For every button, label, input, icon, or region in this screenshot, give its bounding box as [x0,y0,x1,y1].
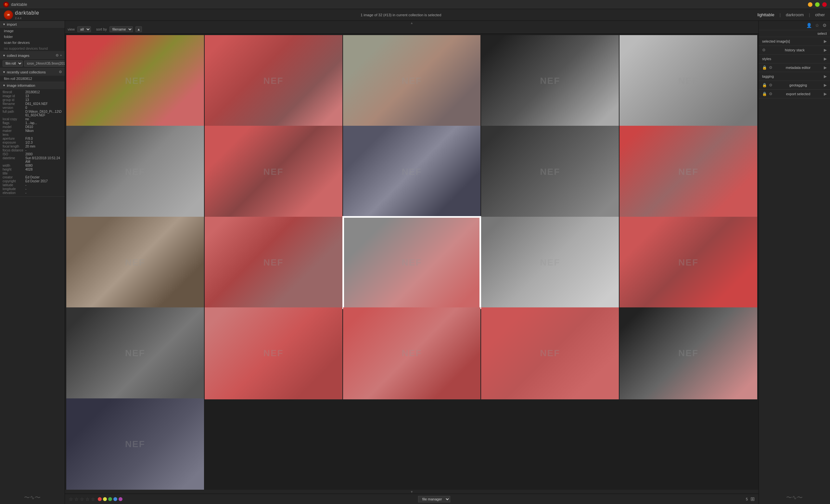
view-label: view [68,27,75,31]
photo-cell-20[interactable]: NEF [619,307,757,399]
styles-label: styles [762,57,771,61]
info-value: 4028 [25,168,32,171]
photo-cell-14[interactable]: NEF [481,217,619,309]
info-row-longitude: longitude- [3,187,62,191]
file-manager-select[interactable]: file manager [418,496,450,502]
info-label: flags [3,121,25,125]
star-4[interactable]: ☆ [86,497,90,502]
right-sidebar: 👤 ☆ ⚙ select selected image[s] ▶ ⚙ hist [759,21,830,504]
app-name: darktable [15,10,39,16]
photo-cell-12[interactable]: NEF [205,217,342,309]
status-text: 1 image of 32 (#13) in current collectio… [46,13,756,17]
color-label-red[interactable] [98,497,102,501]
person-icon[interactable]: 👤 [806,22,812,29]
view-select[interactable]: all [77,26,91,32]
sort-select[interactable]: filename [109,26,133,32]
recently-used-item-film-roll[interactable]: film roll 20180812 [0,76,65,82]
color-label-purple[interactable] [119,497,123,501]
photo-cell-1[interactable]: NEF [66,35,204,127]
info-value: 20 mm [25,145,35,148]
info-row-focus-distance: focus distance- [3,149,62,152]
photo-cell-6[interactable]: NEF [66,126,204,218]
info-label: version [3,106,25,109]
history-gear-icon[interactable]: ⚙ [762,48,766,52]
sort-direction-button[interactable]: ▲ [135,26,142,32]
photo-cell-21[interactable]: NEF [66,399,204,490]
tagging-row[interactable]: tagging ▶ [759,72,830,81]
sidebar-item-scan-for-devices[interactable]: scan for devices [0,40,65,45]
photo-cell-4[interactable]: NEF [481,35,619,127]
photo-cell-11[interactable]: NEF [66,217,204,309]
info-value: 13 [25,98,29,102]
photo-cell-5[interactable]: NEF [619,35,757,127]
color-label-yellow[interactable] [103,497,107,501]
film-roll-value-select[interactable]: icron_24mmX35.9mm|20180812 [24,60,65,67]
export-selected-row[interactable]: 🔒 ⚙ export selected ▶ [759,90,830,98]
photo-cell-15[interactable]: NEF [619,217,757,309]
import-section-header[interactable]: ▼ import [0,21,65,28]
styles-row[interactable]: styles ▶ [759,55,830,63]
photo-cell-16[interactable]: NEF [66,307,204,399]
geotagging-gear-icon[interactable]: ⚙ [769,83,772,87]
info-row-flags: flags1.../ap... [3,121,62,125]
layout-button[interactable]: ⊞ [751,496,755,502]
image-information-header[interactable]: ▼ image information [0,82,65,89]
geotagging-row[interactable]: 🔒 ⚙ geotagging ▶ [759,81,830,89]
info-row-version: version0 [3,106,62,109]
nav-other[interactable]: other [814,12,826,18]
selected-images-row[interactable]: selected image[s] ▶ [759,37,830,45]
photo-cell-3[interactable]: NEF [343,35,481,127]
import-label: import [7,23,17,26]
history-stack-row[interactable]: ⚙ history stack ▶ [759,46,830,54]
collect-gear-icon[interactable]: ⚙ [56,53,59,58]
photo-cell-7[interactable]: NEF [205,126,342,218]
metadata-gear-icon[interactable]: ⚙ [769,65,772,70]
color-label-green[interactable] [108,497,112,501]
photo-cell-8[interactable]: NEF [343,126,481,218]
scroll-arrow-bottom[interactable]: ▼ [65,490,759,494]
info-row-focal-length: focal length20 mm [3,145,62,148]
star-1[interactable]: ☆ [69,497,73,502]
star-2[interactable]: ☆ [74,497,78,502]
info-label: lens [3,133,25,136]
photo-cell-9[interactable]: NEF [481,126,619,218]
app-title: darktable [11,2,27,7]
export-gear-icon[interactable]: ⚙ [769,92,772,96]
info-label: width [3,164,25,167]
gear-icon[interactable]: ⚙ [822,22,827,29]
export-selected-label: export selected [786,92,810,96]
recently-used-header[interactable]: ▼ recently used collections ⚙ [0,68,65,76]
info-row-lens: lens [3,133,62,136]
star-5[interactable]: ☆ [91,497,95,502]
metadata-editor-row[interactable]: 🔒 ⚙ metadata editor ▶ [759,63,830,72]
collect-plus-icon[interactable]: + [60,53,62,58]
color-label-blue[interactable] [114,497,117,501]
maximize-button[interactable] [815,2,820,7]
view-controls-bar: view all sort by filename ▲ [65,25,759,34]
window-controls [808,2,827,7]
photo-cell-2[interactable]: NEF [205,35,342,127]
minimize-button[interactable] [808,2,812,7]
sort-label: sort by [96,27,107,31]
info-label: datetime [3,156,25,160]
recently-used-gear-icon[interactable]: ⚙ [59,70,62,74]
star-3[interactable]: ☆ [80,497,84,502]
app-version: 2.4.4 [15,17,39,20]
nav-lighttable[interactable]: lighttable [756,12,776,18]
info-row-group-id: group id13 [3,98,62,102]
star-icon[interactable]: ☆ [815,22,820,29]
photo-cell-17[interactable]: NEF [205,307,342,399]
info-value: 2000 [25,152,32,156]
photo-cell-18[interactable]: NEF [343,307,481,399]
nav-darkroom[interactable]: darkroom [785,12,805,18]
film-roll-select[interactable]: film roll [3,60,23,67]
photo-cell-10[interactable]: NEF [619,126,757,218]
photo-cell-19[interactable]: NEF [481,307,619,399]
close-button[interactable] [822,2,827,7]
sidebar-item-folder[interactable]: folder [0,34,65,40]
photo-cell-13[interactable]: NEF [343,217,481,309]
nav-links: lighttable | darkroom | other [756,12,826,18]
sidebar-item-image[interactable]: image [0,28,65,34]
scroll-arrow-top[interactable]: ▲ [65,21,759,25]
collect-images-header[interactable]: ▼ collect images ⚙ + [0,52,65,59]
